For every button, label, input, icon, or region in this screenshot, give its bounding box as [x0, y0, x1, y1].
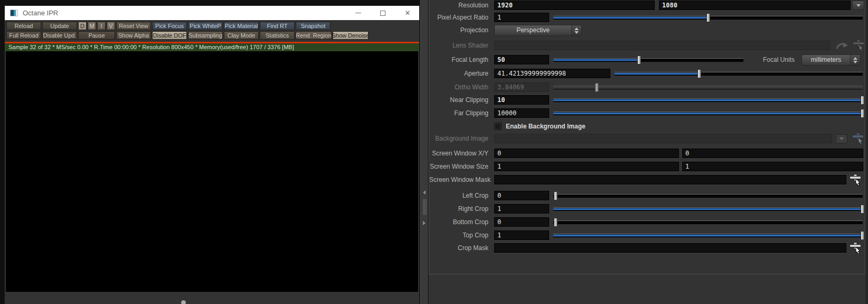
top-crop-slider[interactable] [553, 234, 863, 237]
aperture-row: Aperture 41.421399999999998 [429, 69, 865, 79]
slider-handle[interactable] [595, 83, 599, 92]
slider-handle[interactable] [697, 69, 701, 78]
toggle-d-button[interactable]: D [78, 22, 87, 30]
slider-fill [553, 16, 708, 19]
right-crop-label: Right Crop [429, 204, 488, 214]
clay-mode-button[interactable]: Clay Mode [224, 31, 259, 40]
far-clipping-label: Far Clipping [429, 108, 488, 118]
statistics-button[interactable]: Statistics [260, 31, 295, 40]
find-rt-button[interactable]: Find RT [260, 22, 295, 30]
screen-window-size-y-field[interactable]: 1 [682, 162, 863, 171]
pause-button[interactable]: Pause [78, 31, 115, 40]
lens-shader-field[interactable] [494, 41, 830, 50]
background-image-pick-icon[interactable] [851, 133, 865, 146]
disable-update-button[interactable]: Disable Upd. [42, 31, 77, 40]
bottom-crop-slider[interactable] [553, 220, 863, 224]
splitter-grip-icon[interactable] [423, 199, 427, 215]
crop-mask-connector-pick-icon[interactable] [848, 242, 862, 256]
enable-background-image-checkbox[interactable] [494, 123, 502, 130]
resolution-height-field[interactable]: 1080 [659, 1, 851, 10]
slider-fill [553, 59, 639, 61]
focal-length-slider[interactable] [553, 58, 743, 62]
collapse-right-icon[interactable] [423, 221, 426, 225]
ortho-width-field[interactable]: 3.84069 [494, 82, 549, 92]
screen-window-mask-label: Screen Window Mask [429, 175, 488, 185]
subsampling-button[interactable]: Subsampling [188, 31, 223, 40]
jump-to-node-icon[interactable] [835, 41, 849, 52]
slider-handle[interactable] [554, 218, 558, 227]
bottom-crop-field[interactable]: 0 [494, 217, 549, 227]
reload-button[interactable]: Reload [6, 22, 41, 30]
projection-dropdown[interactable]: Perspective [494, 25, 582, 36]
slider-handle[interactable] [861, 96, 864, 105]
focal-length-field[interactable]: 50 [494, 55, 549, 65]
resolution-preset-dropdown[interactable] [852, 1, 864, 10]
near-clipping-slider[interactable] [553, 98, 863, 102]
ortho-width-slider[interactable] [553, 86, 863, 89]
maximize-icon [380, 11, 385, 16]
spinner-icon[interactable] [850, 55, 860, 65]
far-clipping-slider[interactable] [553, 112, 863, 115]
show-alpha-button[interactable]: Show Alpha [116, 31, 151, 40]
screen-window-y-field[interactable]: 0 [682, 149, 863, 158]
pick-whitepoint-button[interactable]: Pick WhiteP [188, 22, 223, 30]
aperture-slider[interactable] [615, 72, 863, 76]
crop-mask-field[interactable] [494, 243, 846, 253]
pixel-aspect-ratio-slider[interactable] [553, 16, 863, 20]
screen-window-size-x-field[interactable]: 1 [494, 162, 679, 171]
near-clipping-field[interactable]: 10 [494, 95, 549, 105]
right-crop-field[interactable]: 1 [494, 204, 549, 214]
aperture-label: Aperture [429, 69, 488, 78]
slider-fill [553, 112, 863, 115]
full-reload-button[interactable]: Full Reload [6, 31, 41, 40]
slider-fill [553, 99, 863, 102]
slider-handle[interactable] [554, 191, 558, 200]
background-image-field[interactable] [494, 134, 832, 143]
show-denoise-button[interactable]: Show Denoise [333, 31, 369, 40]
far-clipping-field[interactable]: 10000 [494, 108, 549, 118]
left-crop-label: Left Crop [429, 191, 488, 200]
pixel-aspect-ratio-field[interactable]: 1 [494, 13, 549, 22]
connector-pick-icon-disabled[interactable] [852, 40, 865, 53]
maximize-button[interactable] [379, 10, 386, 17]
disable-dof-button[interactable]: Disable DOF [152, 31, 187, 40]
top-crop-field[interactable]: 1 [494, 231, 549, 240]
slider-handle[interactable] [861, 231, 864, 240]
toggle-i-button[interactable]: I [97, 22, 106, 30]
slider-handle[interactable] [861, 109, 864, 118]
slider-handle[interactable] [637, 56, 641, 65]
collapse-left-icon[interactable] [423, 190, 426, 195]
right-crop-slider[interactable] [553, 207, 863, 211]
titlebar[interactable]: Octane IPR ✕ [5, 6, 419, 20]
lens-shader-row: Lens Shader [429, 41, 865, 51]
toggle-m-button[interactable]: M [88, 22, 96, 30]
aperture-field[interactable]: 41.421399999999998 [494, 69, 610, 78]
pick-focus-button[interactable]: Pick Focus [152, 22, 187, 30]
snapshot-button[interactable]: Snapshot [296, 22, 331, 30]
pixel-aspect-ratio-row: Pixel Aspect Ratio 1 [429, 13, 865, 23]
spinner-icon[interactable] [571, 25, 581, 35]
screen-window-mask-connector-pick-icon[interactable] [848, 174, 862, 188]
focal-units-dropdown[interactable]: millimeters [801, 54, 861, 66]
background-image-dropdown[interactable] [836, 134, 847, 143]
close-button[interactable]: ✕ [404, 10, 411, 17]
projection-row: Projection Perspective [429, 25, 865, 35]
render-region-button[interactable]: Rend. Region [296, 31, 332, 40]
render-viewport[interactable] [6, 51, 418, 292]
app-icon [10, 10, 18, 16]
pick-material-button[interactable]: Pick Material [224, 22, 259, 30]
screen-window-mask-field[interactable] [494, 175, 846, 185]
ortho-width-label: Ortho Width [429, 82, 488, 92]
reset-view-button[interactable]: Reset View [116, 22, 151, 30]
left-crop-slider[interactable] [553, 194, 863, 198]
left-crop-field[interactable]: 0 [494, 191, 549, 200]
panel-splitter[interactable] [420, 0, 429, 304]
screen-window-x-field[interactable]: 0 [494, 149, 679, 158]
minimize-button[interactable] [354, 10, 362, 17]
resolution-width-field[interactable]: 1920 [494, 1, 655, 10]
update-button[interactable]: Update [42, 22, 77, 30]
toggle-v-button[interactable]: V [107, 22, 115, 30]
focal-units-label: Focal Units [738, 55, 795, 65]
slider-handle[interactable] [706, 13, 710, 22]
slider-handle[interactable] [861, 205, 864, 214]
